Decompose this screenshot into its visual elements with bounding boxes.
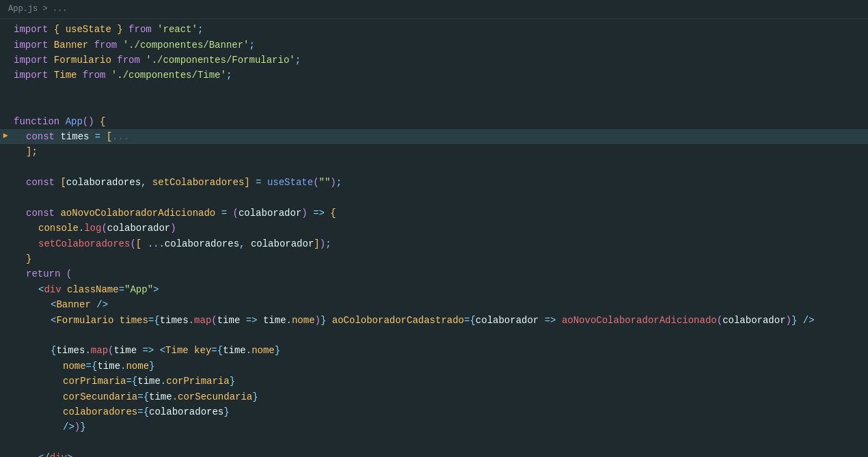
line-text: colaboradores={colaboradores} bbox=[11, 404, 854, 419]
line-text: </div> bbox=[11, 450, 854, 457]
line-indicator bbox=[0, 98, 11, 99]
line-indicator bbox=[0, 251, 11, 252]
line-arrow: ► bbox=[0, 129, 11, 143]
line-text: import { useState } from 'react'; bbox=[11, 22, 854, 37]
line-text: console.log(colaborador) bbox=[11, 221, 854, 236]
line-indicator bbox=[0, 328, 11, 329]
line-text: <Formulario times={times.map(time => tim… bbox=[11, 313, 854, 328]
line-text: ]; bbox=[11, 144, 854, 159]
line-text: nome={time.nome} bbox=[11, 359, 854, 374]
line-indicator bbox=[0, 114, 11, 115]
code-line: setColaboradores([ ...colaboradores, col… bbox=[0, 236, 868, 251]
line-indicator bbox=[0, 359, 11, 359]
code-content[interactable]: import { useState } from 'react'; import… bbox=[0, 19, 868, 457]
line-indicator bbox=[0, 53, 11, 53]
line-indicator bbox=[0, 404, 11, 405]
code-line: return ( bbox=[0, 266, 868, 281]
code-line: <div className="App"> bbox=[0, 282, 868, 297]
code-line: {times.map(time => <Time key={time.nome} bbox=[0, 343, 868, 358]
line-text bbox=[11, 98, 854, 113]
line-text: <Banner /> bbox=[11, 297, 854, 312]
line-indicator bbox=[0, 297, 11, 298]
code-line: </div> bbox=[0, 450, 868, 457]
line-indicator bbox=[0, 175, 11, 176]
code-line: corPrimaria={time.corPrimaria} bbox=[0, 374, 868, 389]
code-line bbox=[0, 160, 868, 175]
line-indicator bbox=[0, 221, 11, 221]
code-line: import { useState } from 'react'; bbox=[0, 22, 868, 37]
line-indicator bbox=[0, 144, 11, 145]
line-indicator bbox=[0, 389, 11, 390]
line-text: import Time from './componentes/Time'; bbox=[11, 68, 854, 83]
line-text: const [colaboradores, setColaboradores] … bbox=[11, 175, 854, 190]
code-line: import Banner from './componentes/Banner… bbox=[0, 38, 868, 53]
line-indicator bbox=[0, 38, 11, 38]
line-text bbox=[11, 83, 854, 98]
code-line: import Time from './componentes/Time'; bbox=[0, 68, 868, 83]
code-line: const aoNovoColaboradorAdicionado = (col… bbox=[0, 206, 868, 221]
line-text bbox=[11, 160, 854, 175]
line-text: } bbox=[11, 251, 854, 266]
line-indicator bbox=[0, 160, 11, 161]
code-line: corSecundaria={time.corSecundaria} bbox=[0, 389, 868, 404]
code-line: console.log(colaborador) bbox=[0, 221, 868, 236]
code-line-highlighted: ► const times = [... bbox=[0, 129, 868, 144]
line-text bbox=[11, 435, 854, 450]
line-text bbox=[11, 328, 854, 343]
line-indicator bbox=[0, 419, 11, 420]
line-text: {times.map(time => <Time key={time.nome} bbox=[11, 343, 854, 358]
code-line: <Formulario times={times.map(time => tim… bbox=[0, 313, 868, 328]
line-indicator bbox=[0, 374, 11, 374]
code-line: <Banner /> bbox=[0, 297, 868, 312]
line-text: function App() { bbox=[11, 114, 854, 129]
code-line: nome={time.nome} bbox=[0, 359, 868, 374]
code-line: import Formulario from './componentes/Fo… bbox=[0, 53, 868, 68]
code-line bbox=[0, 190, 868, 205]
line-indicator bbox=[0, 450, 11, 451]
code-line bbox=[0, 328, 868, 343]
code-editor: App.js > ... import { useState } from 'r… bbox=[0, 0, 868, 457]
code-line: const [colaboradores, setColaboradores] … bbox=[0, 175, 868, 190]
line-indicator bbox=[0, 236, 11, 237]
line-indicator bbox=[0, 266, 11, 267]
code-line: />)} bbox=[0, 419, 868, 434]
line-text: import Formulario from './componentes/Fo… bbox=[11, 53, 854, 68]
line-indicator bbox=[0, 282, 11, 283]
line-indicator bbox=[0, 190, 11, 191]
line-indicator bbox=[0, 313, 11, 314]
code-line bbox=[0, 83, 868, 98]
line-text: const times = [... bbox=[11, 129, 854, 144]
line-text: />)} bbox=[11, 419, 854, 434]
code-line: function App() { bbox=[0, 114, 868, 129]
line-indicator bbox=[0, 343, 11, 344]
code-line: } bbox=[0, 251, 868, 266]
code-line bbox=[0, 435, 868, 450]
code-line bbox=[0, 98, 868, 113]
line-text: import Banner from './componentes/Banner… bbox=[11, 38, 854, 53]
breadcrumb: App.js > ... bbox=[0, 0, 868, 19]
line-text: corPrimaria={time.corPrimaria} bbox=[11, 374, 854, 389]
line-text: return ( bbox=[11, 266, 854, 281]
line-indicator bbox=[0, 83, 11, 84]
line-text: setColaboradores([ ...colaboradores, col… bbox=[11, 236, 854, 251]
line-indicator bbox=[0, 435, 11, 436]
line-indicator bbox=[0, 206, 11, 206]
code-line: colaboradores={colaboradores} bbox=[0, 404, 868, 419]
code-line: ]; bbox=[0, 144, 868, 159]
line-indicator bbox=[0, 22, 11, 23]
line-text bbox=[11, 190, 854, 205]
line-indicator bbox=[0, 68, 11, 68]
breadcrumb-path: App.js > ... bbox=[8, 3, 67, 16]
line-text: <div className="App"> bbox=[11, 282, 854, 297]
line-text: const aoNovoColaboradorAdicionado = (col… bbox=[11, 206, 854, 221]
line-text: corSecundaria={time.corSecundaria} bbox=[11, 389, 854, 404]
